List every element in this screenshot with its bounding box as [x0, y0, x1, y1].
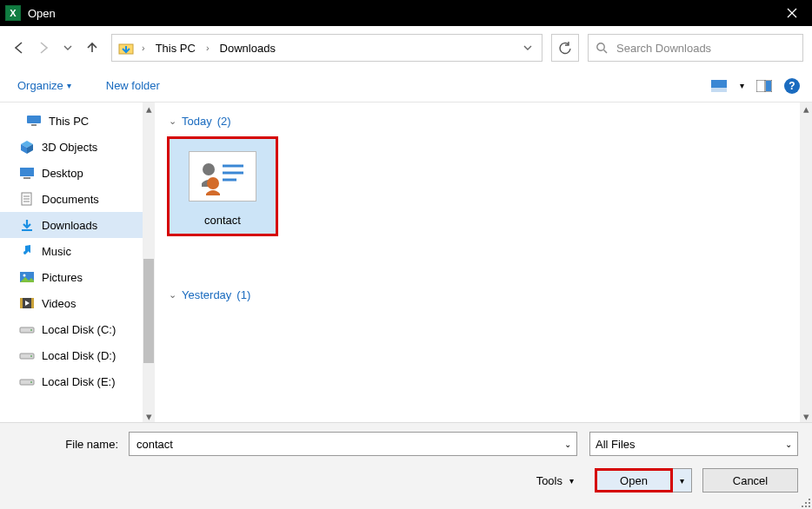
filetype-filter[interactable]: All Files ⌄ [589, 432, 798, 456]
address-dropdown[interactable] [517, 37, 538, 58]
tree-item-label: Videos [42, 297, 77, 310]
chevron-down-icon: ⌄ [169, 289, 176, 301]
desktop-icon [19, 165, 35, 181]
group-yesterday[interactable]: ⌄ Yesterday (1) [169, 288, 800, 301]
scroll-thumb[interactable] [143, 259, 154, 363]
svg-rect-22 [20, 298, 23, 308]
filename-input[interactable] [135, 437, 564, 452]
tree-item-videos[interactable]: Videos [0, 290, 155, 316]
new-folder-label: New folder [106, 79, 160, 92]
tree-item-downloads[interactable]: Downloads [0, 212, 155, 238]
tree-item-label: Local Disk (E:) [42, 375, 116, 388]
tree-item-label: Music [42, 245, 71, 258]
tree-item-local-disk-c[interactable]: Local Disk (C:) [0, 316, 155, 342]
svg-rect-12 [20, 168, 34, 176]
search-box[interactable] [588, 34, 803, 62]
scroll-down-icon[interactable]: ▾ [800, 410, 812, 422]
tree-item-label: Local Disk (D:) [42, 349, 116, 362]
view-mode-button[interactable] [708, 76, 730, 96]
tools-label: Tools [536, 474, 562, 487]
svg-rect-6 [711, 88, 727, 92]
drive-icon [19, 321, 35, 337]
help-button[interactable]: ? [784, 78, 800, 94]
view-mode-dropdown[interactable]: ▾ [735, 76, 748, 96]
svg-point-34 [203, 163, 215, 175]
tree-item-local-disk-d[interactable]: Local Disk (D:) [0, 342, 155, 368]
close-button[interactable] [772, 0, 812, 26]
back-button[interactable] [9, 37, 30, 58]
body: This PC 3D Objects Desktop Documents Dow… [0, 102, 812, 422]
toolbar: Organize ▾ New folder ▾ ? [0, 69, 812, 102]
scroll-up-icon[interactable]: ▴ [143, 102, 155, 115]
svg-rect-30 [196, 157, 249, 195]
tree-item-label: Documents [42, 193, 99, 206]
tree-item-label: This PC [49, 115, 89, 128]
excel-app-icon: X [5, 5, 21, 21]
preview-pane-button[interactable] [753, 76, 775, 96]
open-dropdown[interactable]: ▾ [673, 468, 692, 492]
content-scrollbar[interactable]: ▴ ▾ [800, 102, 812, 422]
tree-item-3d-objects[interactable]: 3D Objects [0, 134, 155, 160]
resize-grip[interactable] [800, 497, 810, 507]
navigation-tree: This PC 3D Objects Desktop Documents Dow… [0, 102, 155, 422]
cancel-label: Cancel [733, 474, 768, 487]
filename-combo[interactable]: ⌄ [129, 432, 577, 456]
chevron-right-icon: › [140, 43, 147, 53]
tree-item-music[interactable]: Music [0, 238, 155, 264]
group-count: (2) [217, 115, 231, 128]
chevron-down-icon[interactable]: ⌄ [564, 440, 571, 449]
group-count: (1) [236, 288, 250, 301]
refresh-button[interactable] [551, 34, 579, 62]
tree-item-pictures[interactable]: Pictures [0, 264, 155, 290]
tree-item-label: Downloads [42, 219, 97, 232]
history-dropdown[interactable] [57, 37, 78, 58]
up-button[interactable] [82, 37, 103, 58]
svg-rect-11 [31, 124, 37, 126]
new-folder-button[interactable]: New folder [101, 76, 165, 96]
svg-point-27 [30, 355, 32, 357]
contact-file-icon [189, 151, 256, 202]
chevron-down-icon: ⌄ [169, 116, 176, 127]
tree-item-label: Desktop [42, 167, 83, 180]
organize-label: Organize [17, 79, 63, 92]
forward-button[interactable] [33, 37, 54, 58]
title-bar: X Open [0, 0, 812, 26]
svg-line-4 [604, 50, 608, 54]
this-pc-icon [26, 113, 42, 129]
tree-item-documents[interactable]: Documents [0, 186, 155, 212]
cancel-button[interactable]: Cancel [702, 468, 798, 492]
tree-scrollbar[interactable]: ▴ ▾ [143, 102, 155, 422]
svg-rect-23 [31, 298, 34, 308]
bottom-panel: File name: ⌄ All Files ⌄ Tools ▾ Open ▾ … [0, 422, 812, 509]
scroll-up-icon[interactable]: ▴ [800, 102, 812, 115]
search-icon [596, 42, 608, 54]
open-label: Open [620, 474, 648, 487]
downloads-folder-icon [117, 39, 135, 56]
group-today[interactable]: ⌄ Today (2) [169, 115, 800, 128]
tree-item-label: 3D Objects [42, 141, 97, 154]
tree-item-local-disk-e[interactable]: Local Disk (E:) [0, 368, 155, 394]
tree-item-this-pc[interactable]: This PC [0, 108, 155, 134]
breadcrumb-current[interactable]: Downloads [216, 40, 279, 56]
svg-point-25 [30, 329, 32, 331]
tree-item-label: Pictures [42, 271, 83, 284]
scroll-down-icon[interactable]: ▾ [143, 410, 155, 422]
window-title: Open [28, 7, 56, 20]
tree-item-desktop[interactable]: Desktop [0, 160, 155, 186]
drive-icon [19, 347, 35, 363]
organize-menu[interactable]: Organize ▾ [12, 76, 77, 96]
svg-point-29 [30, 381, 32, 383]
music-icon [19, 243, 35, 259]
open-button[interactable]: Open [595, 468, 673, 492]
svg-rect-9 [766, 81, 771, 91]
address-bar[interactable]: › This PC › Downloads [111, 34, 542, 62]
filter-label: All Files [596, 438, 636, 451]
tools-menu[interactable]: Tools ▾ [536, 474, 584, 487]
navigation-row: › This PC › Downloads [0, 26, 812, 69]
chevron-down-icon: ⌄ [785, 440, 792, 449]
3d-objects-icon [19, 139, 35, 155]
breadcrumb-root[interactable]: This PC [152, 40, 199, 56]
file-item-contact[interactable]: contact [167, 136, 278, 236]
search-input[interactable] [615, 41, 795, 56]
svg-rect-10 [27, 116, 41, 123]
